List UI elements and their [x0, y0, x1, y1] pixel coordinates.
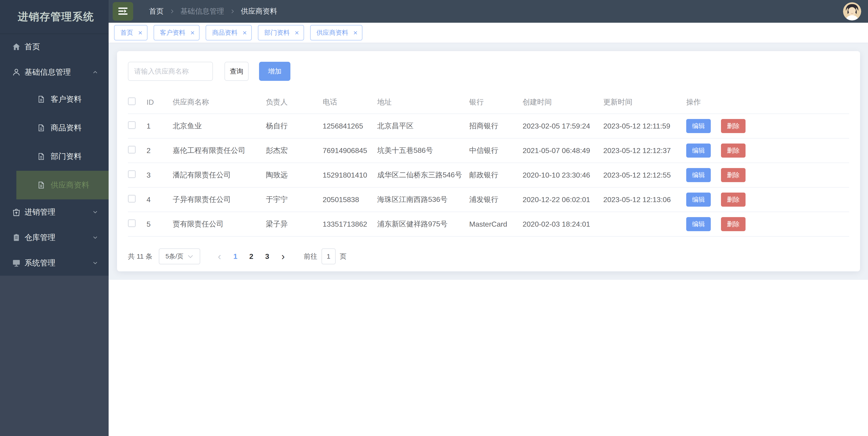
- breadcrumb-item[interactable]: 供应商资料: [241, 6, 277, 16]
- sidebar-item-label: 商品资料: [51, 123, 82, 133]
- view-tab-label: 商品资料: [212, 28, 238, 37]
- cell-supplier-name: 嘉伦工程有限责任公司: [173, 145, 266, 156]
- close-tab-icon[interactable]: ×: [190, 29, 195, 36]
- breadcrumb-item[interactable]: 首页: [149, 6, 164, 16]
- edit-button[interactable]: 编辑: [686, 119, 711, 133]
- view-tab[interactable]: 部门资料 ×: [258, 25, 304, 40]
- cell-id: 3: [147, 171, 173, 179]
- add-button[interactable]: 增加: [259, 62, 290, 81]
- view-tab[interactable]: 首页 ×: [114, 25, 148, 40]
- sidebar-item[interactable]: 商品资料: [17, 113, 108, 142]
- prev-page-button[interactable]: ‹: [212, 251, 227, 262]
- row-checkbox[interactable]: [128, 195, 136, 203]
- user-avatar[interactable]: [843, 2, 861, 21]
- row-checkbox[interactable]: [128, 170, 136, 178]
- sidebar-item-label: 仓库管理: [25, 232, 56, 243]
- cell-bank: MasterCard: [469, 220, 523, 229]
- sidebar-item[interactable]: 客户资料: [17, 85, 108, 113]
- collapse-menu-icon: [118, 7, 128, 16]
- table-header-row: ID 供应商名称 负责人 电话 地址 银行 创建时间 更新时间 操作: [128, 91, 849, 114]
- cell-id: 1: [147, 122, 173, 130]
- user-icon: [11, 67, 21, 77]
- sidebar-item-label: 首页: [25, 41, 40, 52]
- breadcrumb-item[interactable]: 基础信息管理: [180, 6, 224, 16]
- column-header: 更新时间: [603, 97, 686, 107]
- sidebar-item[interactable]: 进销管理: [0, 199, 108, 225]
- document-icon: [37, 95, 45, 103]
- delete-button[interactable]: 删除: [721, 143, 746, 158]
- sidebar-item[interactable]: 系统管理: [0, 250, 108, 276]
- cell-bank: 中信银行: [469, 145, 523, 156]
- goto-label: 前往: [304, 252, 317, 261]
- edit-button[interactable]: 编辑: [686, 193, 711, 207]
- tabs-bar: 首页 × 客户资料 × 商品资料 × 部门资料 ×: [108, 23, 868, 43]
- cell-phone: 1256841265: [323, 122, 377, 130]
- sidebar-item-label: 供应商资料: [51, 180, 89, 190]
- select-all-checkbox[interactable]: [128, 97, 136, 105]
- goto-page: 前往 页: [304, 248, 346, 264]
- page-number[interactable]: 2: [243, 252, 259, 261]
- page-content: 查询 增加 ID 供应商名称 负责人 电话 地址 银行 创建时间 更新时间 操: [108, 43, 868, 280]
- document-icon: [37, 181, 45, 189]
- sidebar-item[interactable]: 基础信息管理: [0, 60, 108, 85]
- query-button[interactable]: 查询: [224, 62, 249, 81]
- delete-button[interactable]: 删除: [721, 119, 746, 133]
- sidebar-item[interactable]: 首页: [0, 34, 108, 60]
- page-number[interactable]: 1: [227, 252, 243, 261]
- cell-created-time: 2021-05-07 06:48:49: [523, 146, 603, 155]
- page-size-value: 5条/页: [165, 252, 183, 261]
- close-tab-icon[interactable]: ×: [138, 29, 143, 36]
- cell-phone: 76914906845: [323, 146, 377, 155]
- sidebar-item[interactable]: 部门资料: [17, 142, 108, 171]
- cell-created-time: 2023-02-05 17:59:24: [523, 122, 603, 130]
- view-tab[interactable]: 供应商资料 ×: [310, 25, 363, 40]
- cell-phone: 13351713862: [323, 220, 377, 229]
- delete-button[interactable]: 删除: [721, 193, 746, 207]
- cell-contact: 陶致远: [266, 170, 323, 180]
- delete-button[interactable]: 删除: [721, 168, 746, 182]
- breadcrumb-separator-icon: [229, 8, 236, 14]
- view-tab-label: 客户资料: [160, 28, 185, 37]
- row-checkbox[interactable]: [128, 121, 136, 129]
- chevron-up-icon: [92, 69, 99, 76]
- cell-supplier-name: 子异有限责任公司: [173, 195, 266, 205]
- cell-updated-time: 2023-05-12 12:12:37: [603, 146, 686, 155]
- page-size-select[interactable]: 5条/页: [159, 248, 200, 264]
- delete-button[interactable]: 删除: [721, 217, 746, 231]
- column-header: 地址: [377, 97, 469, 107]
- cell-supplier-name: 北京鱼业: [173, 121, 266, 131]
- close-tab-icon[interactable]: ×: [295, 29, 299, 36]
- search-input[interactable]: [128, 62, 213, 81]
- row-checkbox[interactable]: [128, 146, 136, 154]
- row-checkbox[interactable]: [128, 220, 136, 227]
- edit-button[interactable]: 编辑: [686, 143, 711, 158]
- supplier-table: ID 供应商名称 负责人 电话 地址 银行 创建时间 更新时间 操作 1: [128, 91, 849, 237]
- edit-button[interactable]: 编辑: [686, 217, 711, 231]
- column-header: 供应商名称: [173, 97, 266, 107]
- bag-icon: [11, 207, 21, 217]
- goto-page-input[interactable]: [321, 248, 336, 264]
- cell-address: 海珠区江南西路536号: [377, 195, 469, 205]
- sidebar-item[interactable]: 仓库管理: [0, 225, 108, 250]
- document-icon: [37, 124, 45, 132]
- empty-area: [108, 280, 868, 436]
- cell-contact: 彭杰宏: [266, 145, 323, 156]
- column-header: ID: [147, 98, 173, 106]
- cell-contact: 于宇宁: [266, 195, 323, 205]
- view-tab[interactable]: 商品资料 ×: [206, 25, 252, 40]
- next-page-button[interactable]: ›: [275, 251, 291, 262]
- clipboard-icon: [11, 233, 21, 242]
- page-number[interactable]: 3: [259, 252, 275, 261]
- edit-button[interactable]: 编辑: [686, 168, 711, 182]
- pager: ‹ 1 2 3 ›: [212, 251, 291, 262]
- cell-updated-time: 2023-05-12 12:12:55: [603, 171, 686, 179]
- pagination: 共 11 条 5条/页 ‹ 1 2 3: [128, 248, 849, 264]
- close-tab-icon[interactable]: ×: [243, 29, 247, 36]
- view-tab-label: 供应商资料: [316, 28, 348, 37]
- close-tab-icon[interactable]: ×: [353, 29, 358, 36]
- document-icon: [37, 153, 45, 161]
- view-tab[interactable]: 客户资料 ×: [154, 25, 200, 40]
- cell-created-time: 2020-02-03 18:24:01: [523, 220, 603, 229]
- collapse-sidebar-button[interactable]: [113, 2, 133, 21]
- sidebar-item[interactable]: 供应商资料: [17, 171, 108, 199]
